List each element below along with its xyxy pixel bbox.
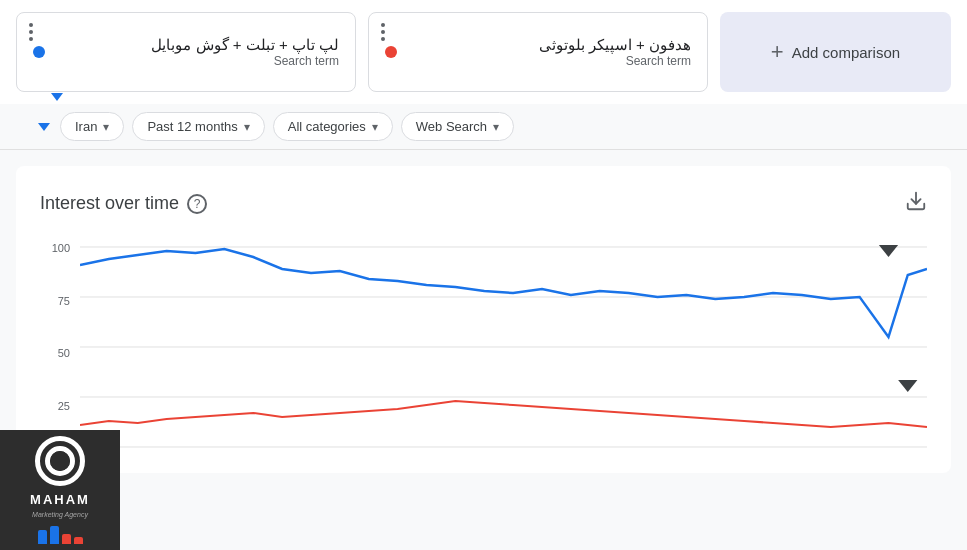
help-icon[interactable]: ? [187, 194, 207, 214]
bar-3 [62, 534, 71, 544]
country-chevron-icon: ▾ [103, 120, 109, 134]
term1-label: Search term [55, 54, 339, 68]
search-term-card-1: لپ تاپ + تبلت + گوش موبایل Search term [16, 12, 356, 92]
category-filter[interactable]: All categories ▾ [273, 112, 393, 141]
plus-icon: + [771, 39, 784, 65]
section-header: Interest over time ? [40, 190, 927, 217]
y-label-75: 75 [58, 295, 70, 307]
term1-triangle [51, 93, 63, 101]
chart-svg [80, 237, 927, 457]
term1-more-button[interactable] [29, 23, 33, 41]
search-type-chevron-icon: ▾ [493, 120, 499, 134]
filter-bar: Iran ▾ Past 12 months ▾ All categories ▾… [0, 104, 967, 150]
term2-label: Search term [407, 54, 691, 68]
term1-dot [33, 46, 45, 58]
bar-1 [38, 530, 47, 544]
section-title-group: Interest over time ? [40, 193, 207, 214]
watermark: MAHAM Marketing Agency [0, 430, 120, 550]
download-button[interactable] [905, 190, 927, 217]
category-chevron-icon: ▾ [372, 120, 378, 134]
period-filter[interactable]: Past 12 months ▾ [132, 112, 264, 141]
watermark-bars [38, 526, 83, 544]
term1-info: لپ تاپ + تبلت + گوش موبایل Search term [55, 36, 339, 68]
main-content: Interest over time ? 100 75 50 25 [16, 166, 951, 473]
red-marker-triangle [898, 380, 917, 392]
term2-dot [385, 46, 397, 58]
search-type-filter[interactable]: Web Search ▾ [401, 112, 514, 141]
watermark-sub: Marketing Agency [32, 511, 88, 518]
search-terms-bar: لپ تاپ + تبلت + گوش موبایل Search term ه… [0, 0, 967, 104]
term2-info: هدفون + اسپیکر بلوتوثی Search term [407, 36, 691, 68]
country-filter[interactable]: Iran ▾ [60, 112, 124, 141]
y-label-100: 100 [52, 242, 70, 254]
term1-text: لپ تاپ + تبلت + گوش موبایل [55, 36, 339, 54]
add-comparison-button[interactable]: + Add comparison [720, 12, 951, 92]
bar-4 [74, 537, 83, 544]
country-filter-label: Iran [75, 119, 97, 134]
chart-area: 100 75 50 25 [40, 237, 927, 457]
y-axis: 100 75 50 25 [40, 237, 78, 457]
category-filter-label: All categories [288, 119, 366, 134]
watermark-name: MAHAM [30, 492, 90, 507]
watermark-circle [35, 436, 85, 486]
search-term-card-2: هدفون + اسپیکر بلوتوثی Search term [368, 12, 708, 92]
period-chevron-icon: ▾ [244, 120, 250, 134]
term2-text: هدفون + اسپیکر بلوتوثی [407, 36, 691, 54]
blue-line [80, 249, 927, 337]
add-comparison-label: Add comparison [792, 44, 900, 61]
section-title-text: Interest over time [40, 193, 179, 214]
y-label-50: 50 [58, 347, 70, 359]
blue-marker-triangle [879, 245, 898, 257]
y-label-25: 25 [58, 400, 70, 412]
term2-more-button[interactable] [381, 23, 385, 41]
filter-triangle [38, 123, 50, 131]
bar-2 [50, 526, 59, 544]
period-filter-label: Past 12 months [147, 119, 237, 134]
search-type-filter-label: Web Search [416, 119, 487, 134]
red-line [80, 401, 927, 427]
